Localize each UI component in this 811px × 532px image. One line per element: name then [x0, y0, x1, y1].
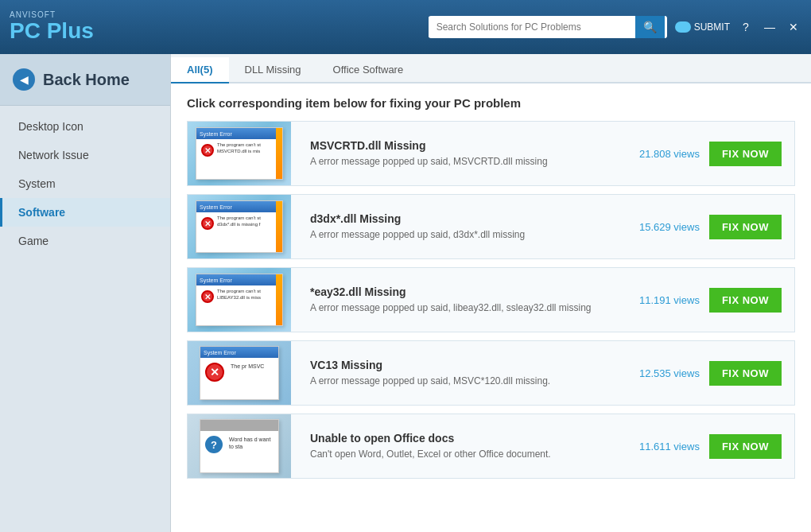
- thumb-error-icon-2: ✕: [201, 217, 214, 230]
- tabs-bar: All(5) DLL Missing Office Software: [171, 54, 811, 83]
- problem-title-5: Unable to open Office docs: [310, 432, 607, 445]
- problem-item: System Error ✕ The program can't st LIBE…: [187, 267, 795, 332]
- thumb-error-icon-3: ✕: [201, 290, 214, 303]
- logo-title: PC Plus: [10, 19, 94, 44]
- problem-desc-2: A error message popped up said, d3dx*.dl…: [310, 228, 607, 242]
- search-bar: 🔍: [429, 16, 667, 38]
- thumb-text-1: The program can't st MSVCRTD.dll is mis: [217, 142, 277, 155]
- search-input[interactable]: [429, 17, 635, 37]
- thumb-text-3: The program can't st LIBEAY32.dll is mis…: [217, 289, 277, 301]
- problem-info-4: VC13 Missing A error message popped up s…: [304, 351, 614, 396]
- tab-office-software[interactable]: Office Software: [317, 57, 420, 83]
- thumb-error-icon-large-4: ✕: [205, 363, 224, 382]
- thumb-question-icon-5: ?: [205, 436, 223, 453]
- views-count-4: 12.535 views: [639, 367, 700, 379]
- problem-desc-3: A error message popped up said, libeay32…: [310, 301, 607, 315]
- problem-stats-1: 21.808 views FIX NOW: [627, 142, 794, 166]
- thumb-text-5: Word has d want to sta: [229, 436, 274, 450]
- views-count-3: 11.191 views: [639, 294, 700, 306]
- thumb-body-1: ✕ The program can't st MSVCRTD.dll is mi…: [196, 139, 282, 160]
- problem-desc-1: A error message popped up said, MSVCRTD.…: [310, 155, 607, 169]
- thumb-orange-bar-1: [276, 128, 282, 179]
- thumb-body-4: ✕ The pr MSVC: [200, 358, 278, 386]
- problem-desc-5: Can't open Word, Outlet, Excel or other …: [310, 448, 607, 461]
- problem-desc-4: A error message popped up said, MSVC*120…: [310, 375, 607, 388]
- problem-title-2: d3dx*.dll Missing: [310, 212, 607, 225]
- sidebar-item-network-issue[interactable]: Network Issue: [0, 141, 170, 169]
- problem-title-4: VC13 Missing: [310, 359, 607, 371]
- search-button[interactable]: 🔍: [635, 16, 665, 38]
- problem-item: System Error ✕ The program can't st d3dx…: [187, 194, 795, 259]
- fix-now-button-1[interactable]: FIX NOW: [709, 142, 782, 166]
- problem-item: System Error ✕ The program can't st MSVC…: [187, 121, 795, 186]
- problem-thumb-4: System Error ✕ The pr MSVC: [188, 341, 291, 405]
- problem-thumb-3: System Error ✕ The program can't st LIBE…: [188, 268, 291, 332]
- sidebar-item-system[interactable]: System: [0, 169, 170, 198]
- fix-now-button-2[interactable]: FIX NOW: [709, 215, 782, 239]
- problem-title-3: *eay32.dll Missing: [310, 285, 607, 298]
- problem-info-5: Unable to open Office docs Can't open Wo…: [304, 424, 614, 469]
- main-layout: ◀ Back Home Desktop Icon Network Issue S…: [0, 54, 811, 532]
- submit-icon: [675, 21, 691, 33]
- fix-now-button-4[interactable]: FIX NOW: [709, 361, 782, 386]
- thumb-text-2: The program can't st d3dx*.dll is missin…: [217, 216, 277, 228]
- close-button[interactable]: ✕: [786, 19, 801, 35]
- thumb-orange-bar-2: [276, 201, 282, 252]
- titlebar-controls: 🔍 SUBMIT ? — ✕: [429, 16, 801, 38]
- problem-info-3: *eay32.dll Missing A error message poppe…: [304, 278, 614, 323]
- problem-stats-5: 11.611 views FIX NOW: [627, 434, 794, 459]
- back-home-button[interactable]: ◀ Back Home: [0, 54, 170, 106]
- problem-stats-2: 15.629 views FIX NOW: [627, 215, 794, 239]
- sidebar-item-software[interactable]: Software: [0, 198, 170, 227]
- content-header: Click corresponding item below for fixin…: [187, 96, 795, 110]
- problem-thumb-2: System Error ✕ The program can't st d3dx…: [188, 195, 291, 258]
- fix-now-button-5[interactable]: FIX NOW: [709, 434, 782, 459]
- thumb-text-4: The pr MSVC: [231, 363, 264, 370]
- tab-all[interactable]: All(5): [171, 57, 229, 83]
- fix-now-button-3[interactable]: FIX NOW: [709, 288, 782, 313]
- sidebar: ◀ Back Home Desktop Icon Network Issue S…: [0, 54, 171, 532]
- thumb-error-icon-1: ✕: [201, 144, 214, 157]
- thumb-titlebar-5: [200, 420, 278, 431]
- thumb-titlebar-1: System Error: [196, 128, 282, 139]
- thumb-body-5: ? Word has d want to sta: [200, 431, 278, 458]
- sidebar-nav: Desktop Icon Network Issue System Softwa…: [0, 106, 170, 262]
- sidebar-item-game[interactable]: Game: [0, 227, 170, 255]
- problem-stats-3: 11.191 views FIX NOW: [627, 288, 794, 313]
- problem-title-1: MSVCRTD.dll Missing: [310, 139, 607, 152]
- problem-thumb-1: System Error ✕ The program can't st MSVC…: [188, 122, 291, 185]
- submit-button[interactable]: SUBMIT: [675, 21, 730, 33]
- content-inner: Click corresponding item below for fixin…: [171, 83, 811, 532]
- problem-info-2: d3dx*.dll Missing A error message popped…: [304, 204, 614, 250]
- minimize-button[interactable]: —: [762, 19, 778, 35]
- problem-thumb-5: ? Word has d want to sta: [188, 414, 291, 478]
- views-count-1: 21.808 views: [639, 148, 700, 160]
- views-count-5: 11.611 views: [639, 441, 700, 452]
- thumb-titlebar-4: System Error: [200, 347, 278, 358]
- thumb-orange-bar-3: [276, 274, 282, 325]
- titlebar: ANVISOFT PC Plus 🔍 SUBMIT ? — ✕: [0, 0, 811, 54]
- problem-stats-4: 12.535 views FIX NOW: [627, 361, 794, 386]
- sidebar-item-desktop-icon[interactable]: Desktop Icon: [0, 112, 170, 141]
- thumb-titlebar-3: System Error: [196, 274, 282, 285]
- help-button[interactable]: ?: [738, 19, 754, 35]
- thumb-titlebar-2: System Error: [196, 201, 282, 212]
- problem-item: System Error ✕ The pr MSVC VC13 Missing …: [187, 340, 795, 406]
- tab-dll-missing[interactable]: DLL Missing: [229, 57, 317, 83]
- thumb-body-2: ✕ The program can't st d3dx*.dll is miss…: [196, 212, 282, 233]
- back-home-label: Back Home: [43, 71, 130, 89]
- content-area: All(5) DLL Missing Office Software Click…: [171, 54, 811, 532]
- back-home-icon: ◀: [13, 68, 35, 91]
- problem-item: ? Word has d want to sta Unable to open …: [187, 414, 795, 479]
- problem-info-1: MSVCRTD.dll Missing A error message popp…: [304, 131, 614, 177]
- thumb-body-3: ✕ The program can't st LIBEAY32.dll is m…: [196, 285, 282, 306]
- views-count-2: 15.629 views: [639, 221, 700, 233]
- logo-area: ANVISOFT PC Plus: [10, 10, 94, 44]
